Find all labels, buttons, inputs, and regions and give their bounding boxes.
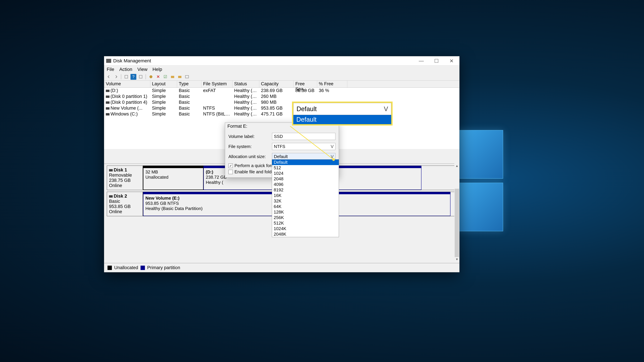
legend: Unallocated Primary partition: [104, 263, 459, 272]
column-header[interactable]: Status: [232, 81, 259, 87]
volume-list-header: VolumeLayoutTypeFile SystemStatusCapacit…: [104, 81, 459, 88]
close-button[interactable]: ✕: [449, 58, 454, 63]
dropdown-option[interactable]: 4096: [272, 182, 339, 187]
column-header[interactable]: File System: [202, 81, 232, 87]
app-icon: [106, 59, 111, 63]
dropdown-option[interactable]: 64K: [272, 204, 339, 209]
folder-icon[interactable]: [170, 74, 176, 80]
column-header[interactable]: Free Spa...: [294, 81, 317, 87]
volume-row[interactable]: (D:)SimpleBasicexFATHealthy (P...238.69 …: [104, 88, 459, 93]
dropdown-option[interactable]: 1024: [272, 171, 339, 176]
checkbox-unchecked-icon: [228, 170, 233, 174]
dropdown-option[interactable]: 2048K: [272, 231, 339, 237]
dropdown-option[interactable]: 256K: [272, 215, 339, 220]
dropdown-option[interactable]: Default: [272, 160, 339, 165]
column-header[interactable]: % Free: [317, 81, 347, 87]
partition[interactable]: 32 MBUnallocated: [143, 166, 204, 190]
chevron-down-icon: V: [384, 105, 388, 113]
dropdown-option[interactable]: 512K: [272, 220, 339, 226]
volume-row[interactable]: New Volume (...SimpleBasicNTFSHealthy (B…: [104, 105, 459, 111]
allocation-unit-size-dropdown[interactable]: Default512102420484096819216K32K64K128K2…: [272, 159, 339, 237]
dropdown-option[interactable]: 1024K: [272, 226, 339, 231]
svg-rect-0: [125, 75, 128, 78]
disk-management-window: Disk Management — ☐ ✕ File Action View H…: [104, 56, 460, 272]
column-header[interactable]: Capacity: [259, 81, 294, 87]
allocation-unit-size-label: Allocation unit size:: [228, 154, 272, 159]
column-header[interactable]: Volume: [104, 81, 150, 87]
chevron-down-icon: V: [331, 144, 334, 149]
column-header[interactable]: Layout: [150, 81, 177, 87]
window-title: Disk Management: [113, 58, 419, 63]
menu-view[interactable]: View: [137, 67, 148, 72]
minimize-button[interactable]: —: [419, 58, 424, 63]
chevron-down-icon: V: [331, 154, 334, 159]
callout-select[interactable]: Default V: [293, 103, 391, 115]
toolbar: ? ✕ ☑: [104, 73, 459, 81]
scrollbar[interactable]: ▴ ▾: [454, 164, 459, 262]
volume-label-input[interactable]: SSD: [272, 133, 336, 140]
delete-icon[interactable]: ✕: [155, 74, 161, 80]
dropdown-option[interactable]: 32K: [272, 198, 339, 204]
filesystem-label: File system:: [228, 144, 272, 149]
back-button[interactable]: [106, 74, 112, 80]
volume-row[interactable]: (Disk 0 partition 1)SimpleBasicHealthy (…: [104, 93, 459, 99]
volume-row[interactable]: (Disk 0 partition 4)SimpleBasicHealthy (…: [104, 99, 459, 105]
help-icon[interactable]: ?: [130, 74, 136, 80]
menu-help[interactable]: Help: [152, 67, 162, 72]
dropdown-option[interactable]: 512: [272, 165, 339, 171]
settings-icon[interactable]: [138, 74, 144, 80]
svg-point-2: [150, 75, 152, 78]
volume-label-label: Volume label:: [228, 134, 272, 139]
legend-unallocated: Unallocated: [114, 265, 138, 270]
dropdown-option[interactable]: 8192: [272, 187, 339, 193]
menu-action[interactable]: Action: [119, 67, 132, 72]
allocation-unit-size-select[interactable]: DefaultV: [272, 153, 336, 160]
menubar: File Action View Help: [104, 65, 459, 73]
forward-button[interactable]: [113, 74, 119, 80]
legend-primary: Primary partition: [147, 265, 180, 270]
dropdown-option[interactable]: 16K: [272, 193, 339, 198]
menu-file[interactable]: File: [107, 67, 114, 72]
svg-rect-4: [178, 76, 182, 78]
svg-rect-5: [185, 75, 189, 78]
filesystem-select[interactable]: NTFSV: [272, 143, 336, 150]
callout-magnified-dropdown: Default V Default: [292, 102, 392, 125]
volume-row[interactable]: Windows (C:)SimpleBasicNTFS (BitLo...Hea…: [104, 111, 459, 117]
svg-rect-3: [171, 76, 174, 78]
dropdown-option[interactable]: 128K: [272, 209, 339, 215]
column-header[interactable]: Type: [177, 81, 202, 87]
callout-highlighted-option[interactable]: Default: [293, 115, 391, 124]
checkbox-checked-icon: ✓: [228, 164, 233, 168]
check-icon[interactable]: ☑: [162, 74, 168, 80]
dropdown-option[interactable]: 2048: [272, 176, 339, 182]
list-icon[interactable]: [184, 74, 190, 80]
folder2-icon[interactable]: [177, 74, 183, 80]
refresh-icon[interactable]: [123, 74, 129, 80]
action-icon[interactable]: [148, 74, 154, 80]
svg-rect-1: [139, 75, 142, 78]
titlebar[interactable]: Disk Management — ☐ ✕: [104, 56, 459, 65]
maximize-button[interactable]: ☐: [434, 58, 439, 63]
